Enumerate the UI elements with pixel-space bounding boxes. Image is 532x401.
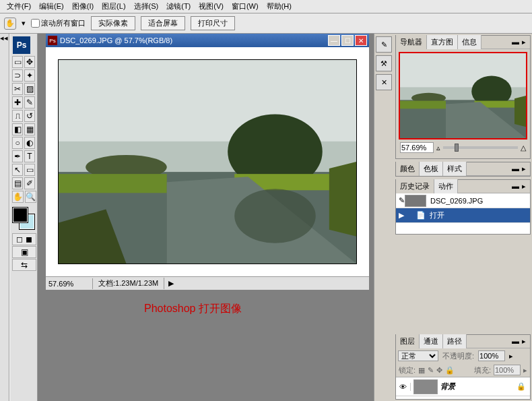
tab-swatches[interactable]: 色板 <box>420 162 443 176</box>
notes-tool[interactable]: ▤ <box>12 177 23 189</box>
menu-help[interactable]: 帮助(H) <box>263 0 296 13</box>
options-icon[interactable]: ✕ <box>376 74 392 90</box>
quickmask-toggle[interactable]: ◻ ◼ <box>12 233 36 245</box>
gradient-tool[interactable]: ▦ <box>24 123 35 135</box>
marquee-tool[interactable]: ▭ <box>12 56 23 68</box>
collapse-icon[interactable]: ▬ <box>512 38 519 47</box>
stamp-tool[interactable]: ⎍ <box>12 110 23 122</box>
shape-tool[interactable]: ▭ <box>24 164 35 176</box>
lock-paint-icon[interactable]: ✎ <box>428 366 434 375</box>
blend-mode-select[interactable]: 正常 <box>398 350 438 361</box>
menu-filter[interactable]: 滤镜(T) <box>162 0 195 13</box>
eraser-tool[interactable]: ◧ <box>12 123 23 135</box>
foreground-swatch[interactable] <box>13 208 28 222</box>
panel-menu-icon[interactable]: ▸ <box>522 164 526 173</box>
history-thumb <box>405 195 426 207</box>
move-tool[interactable]: ✥ <box>24 56 35 68</box>
brush-tool[interactable]: ✎ <box>24 96 35 109</box>
opacity-arrow-icon[interactable]: ▸ <box>509 352 513 361</box>
hand-tool[interactable]: ✋ <box>12 191 24 203</box>
tab-history[interactable]: 历史记录 <box>396 179 434 193</box>
opacity-field[interactable]: 100% <box>478 350 505 361</box>
menu-image[interactable]: 图像(I) <box>68 0 98 13</box>
nav-zoom-input[interactable] <box>400 142 434 153</box>
collapse-icon[interactable]: ▬ <box>512 337 519 346</box>
menu-view[interactable]: 视图(V) <box>195 0 228 13</box>
fill-field[interactable]: 100% <box>494 365 521 375</box>
menu-layer[interactable]: 图层(L) <box>98 0 129 13</box>
dropdown-icon[interactable]: ▾ <box>22 19 26 28</box>
layer-row[interactable]: 👁 背景 🔒 <box>396 377 530 396</box>
ps-logo-icon: Ps <box>13 36 30 54</box>
blur-tool[interactable]: ○ <box>12 137 23 149</box>
history-snapshot-row[interactable]: ✎ DSC_0269.JPG <box>396 193 530 208</box>
lasso-tool[interactable]: ⊃ <box>12 69 23 82</box>
panel-menu-icon[interactable]: ▸ <box>522 38 526 47</box>
lock-all-icon[interactable]: 🔒 <box>445 366 455 375</box>
print-size-button[interactable]: 打印尺寸 <box>191 16 235 30</box>
menu-bar: 文件(F) 编辑(E) 图像(I) 图层(L) 选择(S) 滤镜(T) 视图(V… <box>0 0 532 13</box>
status-bar: 57.69% 文档:1.23M/1.23M ▶ <box>46 276 369 290</box>
fill-arrow-icon[interactable]: ▸ <box>523 366 527 375</box>
eyedropper-tool[interactable]: ✐ <box>24 177 35 189</box>
svg-rect-5 <box>59 174 167 193</box>
zoom-in-icon[interactable]: △ <box>521 144 526 152</box>
color-swatches[interactable] <box>11 208 36 229</box>
dodge-tool[interactable]: ◐ <box>24 137 35 149</box>
slice-tool[interactable]: ▨ <box>24 83 35 95</box>
brush-preset-icon[interactable]: ✎ <box>376 36 392 53</box>
lock-trans-icon[interactable]: ▦ <box>418 366 425 375</box>
minimize-button[interactable]: — <box>328 35 340 46</box>
crop-tool[interactable]: ✂ <box>12 83 23 95</box>
tab-color[interactable]: 颜色 <box>396 162 420 176</box>
menu-edit[interactable]: 编辑(E) <box>35 0 68 13</box>
info-menu-icon[interactable]: ▶ <box>164 278 178 289</box>
panel-menu-icon[interactable]: ▸ <box>522 182 526 191</box>
panel-menu-icon[interactable]: ▸ <box>522 337 526 346</box>
layer-thumbnail[interactable] <box>413 379 438 394</box>
collapse-icon[interactable]: ▬ <box>512 164 519 173</box>
collapse-icon[interactable]: ▬ <box>512 182 519 191</box>
brush-icon: ✎ <box>399 196 405 205</box>
tab-layers[interactable]: 图层 <box>396 334 420 348</box>
pen-tool[interactable]: ✒ <box>12 150 23 162</box>
type-tool[interactable]: T <box>24 150 35 162</box>
navigator-thumbnail[interactable] <box>399 52 527 140</box>
history-brush-tool[interactable]: ↺ <box>24 110 35 122</box>
zoom-field[interactable]: 57.69% <box>46 278 93 289</box>
history-step-row[interactable]: ▶ 📄 打开 <box>396 208 530 223</box>
visibility-icon[interactable]: 👁 <box>396 383 411 391</box>
heal-tool[interactable]: ✚ <box>12 96 23 109</box>
lock-move-icon[interactable]: ✥ <box>436 366 442 375</box>
path-tool[interactable]: ↖ <box>12 164 23 176</box>
zoom-out-icon[interactable]: ▵ <box>436 144 440 152</box>
zoom-tool[interactable]: 🔍 <box>25 191 36 203</box>
tab-channels[interactable]: 通道 <box>420 334 443 348</box>
wand-tool[interactable]: ✦ <box>24 69 35 82</box>
title-bar[interactable]: Ps DSC_0269.JPG @ 57.7%(RGB/8) — ☐ ✕ <box>46 34 369 47</box>
panels-column: 导航器 直方图 信息 ▬▸ ▵ △ <box>394 34 532 401</box>
menu-file[interactable]: 文件(F) <box>3 0 35 13</box>
tab-styles[interactable]: 样式 <box>443 162 467 176</box>
maximize-button[interactable]: ☐ <box>341 35 354 46</box>
tool-preset-icon[interactable]: ⚒ <box>376 55 392 71</box>
canvas[interactable] <box>58 59 357 264</box>
tab-paths[interactable]: 路径 <box>443 334 467 348</box>
close-button[interactable]: ✕ <box>355 35 367 46</box>
lock-icon: 🔒 <box>517 382 526 391</box>
nav-zoom-slider[interactable] <box>443 146 518 149</box>
hand-tool-icon[interactable]: ✋ <box>4 18 16 30</box>
tab-info[interactable]: 信息 <box>458 35 481 49</box>
actual-pixels-button[interactable]: 实际像素 <box>91 16 135 30</box>
fit-screen-button[interactable]: 适合屏幕 <box>141 16 185 30</box>
menu-window[interactable]: 窗口(W) <box>228 0 263 13</box>
bridge-button[interactable]: ⇆ <box>12 259 36 271</box>
tab-actions[interactable]: 动作 <box>434 179 458 193</box>
tab-histogram[interactable]: 直方图 <box>427 35 458 49</box>
annotation-text: Photoshop 打开图像 <box>144 302 242 316</box>
layer-name[interactable]: 背景 <box>440 381 517 392</box>
tab-navigator[interactable]: 导航器 <box>396 35 427 49</box>
screenmode-toggle[interactable]: ▣ <box>12 246 36 258</box>
scroll-all-checkbox[interactable]: 滚动所有窗口 <box>31 18 86 28</box>
menu-select[interactable]: 选择(S) <box>130 0 163 13</box>
